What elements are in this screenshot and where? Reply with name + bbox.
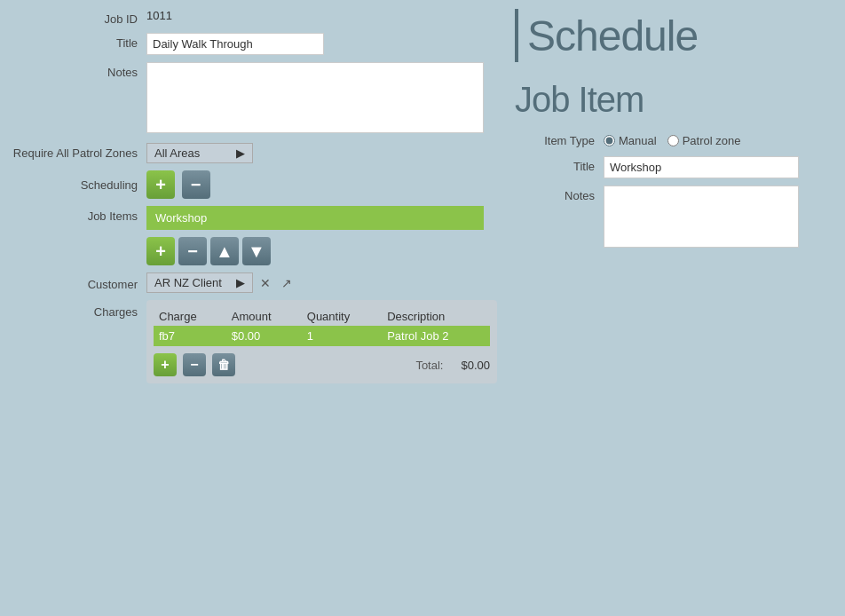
job-item-workshop[interactable]: Workshop bbox=[146, 206, 484, 230]
scheduling-remove-button[interactable]: − bbox=[182, 170, 210, 199]
notes-textarea[interactable] bbox=[146, 62, 484, 133]
scheduling-label: Scheduling bbox=[9, 178, 146, 192]
subitem-up-button[interactable]: ▲ bbox=[210, 237, 239, 265]
job-items-label: Job Items bbox=[9, 206, 146, 223]
col-quantity: Quantity bbox=[302, 307, 382, 326]
job-id-value: 1011 bbox=[146, 9, 172, 22]
rp-notes-label: Notes bbox=[515, 186, 604, 202]
charge-remove-button[interactable]: − bbox=[183, 353, 206, 376]
customer-dropdown[interactable]: AR NZ Client ▶ bbox=[146, 272, 253, 293]
rp-title-label: Title bbox=[515, 156, 604, 173]
schedule-header: Schedule bbox=[515, 9, 836, 62]
notes-label: Notes bbox=[9, 62, 146, 79]
charges-container: Charge Amount Quantity Description fb7 $… bbox=[146, 300, 497, 383]
schedule-divider bbox=[515, 9, 518, 62]
patrol-zones-label: Require All Patrol Zones bbox=[9, 143, 146, 160]
subitem-remove-button[interactable]: − bbox=[178, 237, 207, 265]
title-input[interactable] bbox=[146, 33, 324, 55]
radio-manual-input[interactable] bbox=[604, 135, 615, 146]
subitem-add-button[interactable]: + bbox=[146, 237, 175, 265]
col-charge: Charge bbox=[154, 307, 226, 326]
rp-notes-textarea[interactable] bbox=[604, 186, 799, 248]
charges-label: Charges bbox=[9, 300, 146, 319]
charge-delete-button[interactable]: 🗑 bbox=[212, 353, 235, 376]
charges-table: Charge Amount Quantity Description fb7 $… bbox=[154, 307, 490, 346]
job-id-label: Job ID bbox=[9, 9, 146, 26]
radio-manual[interactable]: Manual bbox=[604, 134, 657, 147]
patrol-zones-arrow: ▶ bbox=[236, 146, 245, 160]
charge-amount: $0.00 bbox=[226, 326, 302, 346]
radio-manual-label: Manual bbox=[619, 134, 657, 147]
customer-text: AR NZ Client bbox=[154, 276, 222, 289]
charge-add-button[interactable]: + bbox=[154, 353, 177, 376]
title-label: Title bbox=[9, 33, 146, 50]
col-description: Description bbox=[382, 307, 490, 326]
rp-title-input[interactable] bbox=[604, 156, 799, 178]
charge-id: fb7 bbox=[154, 326, 226, 346]
patrol-zones-text: All Areas bbox=[154, 146, 200, 160]
radio-patrol-label: Patrol zone bbox=[683, 134, 741, 147]
job-item-header: Job Item bbox=[515, 80, 836, 120]
customer-clear-icon[interactable]: ✕ bbox=[257, 274, 274, 292]
item-type-group: Manual Patrol zone bbox=[604, 134, 740, 147]
schedule-title: Schedule bbox=[527, 12, 698, 60]
customer-arrow: ▶ bbox=[236, 276, 245, 289]
customer-label: Customer bbox=[9, 274, 146, 291]
charge-quantity: 1 bbox=[302, 326, 382, 346]
charge-row: fb7 $0.00 1 Patrol Job 2 bbox=[154, 326, 490, 346]
subitem-down-button[interactable]: ▼ bbox=[242, 237, 271, 265]
total-value: $0.00 bbox=[461, 359, 490, 372]
radio-patrol-zone[interactable]: Patrol zone bbox=[667, 134, 741, 147]
item-type-label: Item Type bbox=[515, 134, 604, 147]
total-label: Total: bbox=[415, 359, 443, 372]
customer-external-icon[interactable]: ↗ bbox=[278, 274, 296, 292]
radio-patrol-input[interactable] bbox=[667, 135, 679, 146]
scheduling-add-button[interactable]: + bbox=[146, 170, 175, 199]
patrol-zones-dropdown[interactable]: All Areas ▶ bbox=[146, 143, 253, 163]
charge-description: Patrol Job 2 bbox=[382, 326, 490, 346]
col-amount: Amount bbox=[226, 307, 302, 326]
